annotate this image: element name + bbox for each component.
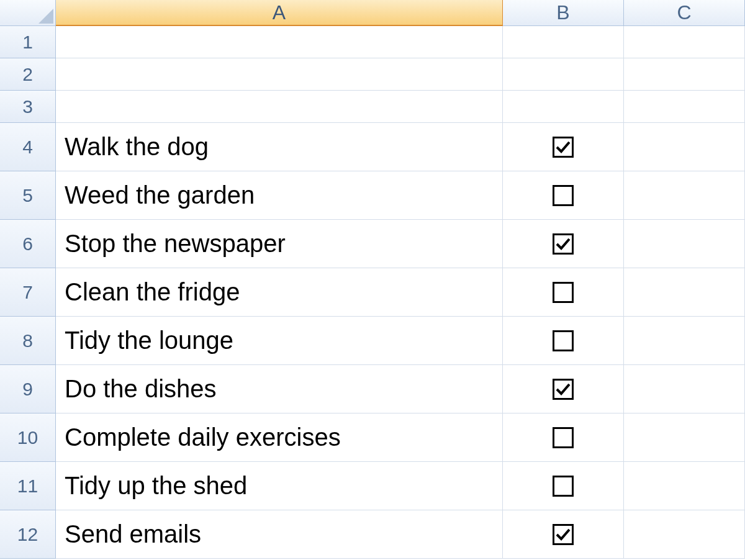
checkbox-row9[interactable] [553, 379, 574, 400]
select-all-corner[interactable] [0, 0, 56, 26]
checkbox-row10[interactable] [553, 427, 574, 448]
row-header-10[interactable]: 10 [0, 413, 56, 462]
checkmark-icon [555, 139, 571, 155]
cell-c11[interactable] [624, 462, 745, 510]
column-header-c[interactable]: C [624, 0, 745, 26]
checkmark-icon [555, 526, 571, 543]
cell-b12[interactable] [503, 510, 624, 559]
checkbox-row11[interactable] [553, 476, 574, 497]
cell-a4[interactable]: Walk the dog [56, 123, 503, 171]
cell-b8[interactable] [503, 317, 624, 365]
cell-b7[interactable] [503, 268, 624, 317]
cell-c12[interactable] [624, 510, 745, 559]
cell-a5[interactable]: Weed the garden [56, 171, 503, 220]
cell-c1[interactable] [624, 26, 745, 58]
cell-a1[interactable] [56, 26, 503, 58]
checkmark-icon [555, 236, 571, 252]
cell-c7[interactable] [624, 268, 745, 317]
row-header-6[interactable]: 6 [0, 220, 56, 268]
row-header-3[interactable]: 3 [0, 91, 56, 123]
cell-c4[interactable] [624, 123, 745, 171]
cell-a12[interactable]: Send emails [56, 510, 503, 559]
cell-b5[interactable] [503, 171, 624, 220]
row-header-11[interactable]: 11 [0, 462, 56, 510]
checkbox-row4[interactable] [553, 137, 574, 158]
cell-a7[interactable]: Clean the fridge [56, 268, 503, 317]
row-header-2[interactable]: 2 [0, 58, 56, 91]
column-header-b[interactable]: B [503, 0, 624, 26]
cell-c5[interactable] [624, 171, 745, 220]
cell-a9[interactable]: Do the dishes [56, 365, 503, 413]
cell-c3[interactable] [624, 91, 745, 123]
row-header-7[interactable]: 7 [0, 268, 56, 317]
checkbox-row12[interactable] [553, 524, 574, 545]
row-header-12[interactable]: 12 [0, 510, 56, 559]
column-header-a[interactable]: A [56, 0, 503, 26]
cell-c6[interactable] [624, 220, 745, 268]
cell-a2[interactable] [56, 58, 503, 91]
cell-b11[interactable] [503, 462, 624, 510]
checkbox-row8[interactable] [553, 330, 574, 351]
checkmark-icon [555, 381, 571, 397]
cell-c8[interactable] [624, 317, 745, 365]
cell-a3[interactable] [56, 91, 503, 123]
cell-b3[interactable] [503, 91, 624, 123]
row-header-4[interactable]: 4 [0, 123, 56, 171]
checkbox-row6[interactable] [553, 233, 574, 255]
cell-c2[interactable] [624, 58, 745, 91]
checkbox-row5[interactable] [553, 185, 574, 206]
cell-a8[interactable]: Tidy the lounge [56, 317, 503, 365]
cell-b10[interactable] [503, 413, 624, 462]
cell-a6[interactable]: Stop the newspaper [56, 220, 503, 268]
cell-c9[interactable] [624, 365, 745, 413]
cell-b4[interactable] [503, 123, 624, 171]
select-all-triangle-icon [38, 9, 53, 24]
row-header-9[interactable]: 9 [0, 365, 56, 413]
row-header-8[interactable]: 8 [0, 317, 56, 365]
cell-b9[interactable] [503, 365, 624, 413]
cell-a11[interactable]: Tidy up the shed [56, 462, 503, 510]
checkbox-row7[interactable] [553, 282, 574, 303]
cell-b1[interactable] [503, 26, 624, 58]
row-header-5[interactable]: 5 [0, 171, 56, 220]
row-header-1[interactable]: 1 [0, 26, 56, 58]
cell-b2[interactable] [503, 58, 624, 91]
cell-a10[interactable]: Complete daily exercises [56, 413, 503, 462]
spreadsheet-grid: A B C 1 2 3 4 Walk the dog 5 Weed the ga… [0, 0, 745, 559]
cell-c10[interactable] [624, 413, 745, 462]
cell-b6[interactable] [503, 220, 624, 268]
